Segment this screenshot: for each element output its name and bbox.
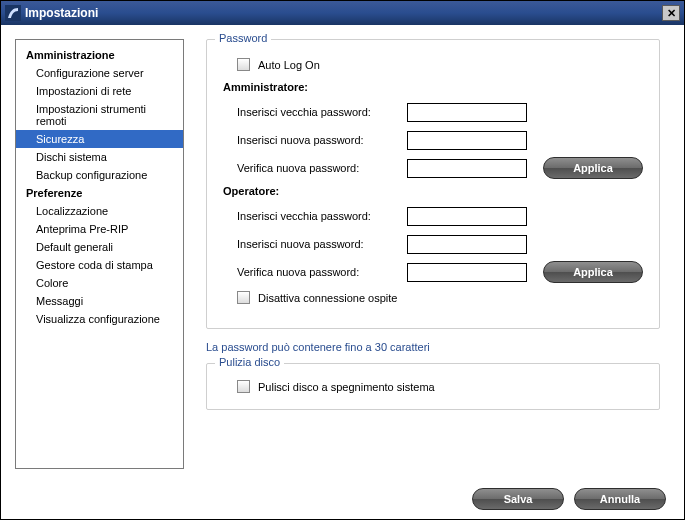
disable-guest-row: Disattiva connessione ospite: [237, 291, 643, 304]
auto-logon-label: Auto Log On: [258, 59, 320, 71]
sidebar-section-pref: Preferenze: [16, 184, 183, 202]
disable-guest-checkbox[interactable]: [237, 291, 250, 304]
sidebar-item-config-server[interactable]: Configurazione server: [16, 64, 183, 82]
window-close-button[interactable]: ✕: [662, 5, 680, 21]
window-title: Impostazioni: [25, 6, 98, 20]
admin-verify-pw-label: Verifica nuova password:: [237, 162, 407, 174]
save-button[interactable]: Salva: [472, 488, 564, 510]
operator-old-pw-row: Inserisci vecchia password:: [237, 205, 643, 227]
admin-apply-button[interactable]: Applica: [543, 157, 643, 179]
sidebar-item-system-disks[interactable]: Dischi sistema: [16, 148, 183, 166]
main-panel: Password Auto Log On Amministratore: Ins…: [184, 39, 670, 469]
content-area: Amministrazione Configurazione server Im…: [1, 25, 684, 479]
bottom-bar: Salva Annulla: [1, 479, 684, 519]
operator-old-pw-input[interactable]: [407, 207, 527, 226]
sidebar: Amministrazione Configurazione server Im…: [15, 39, 184, 469]
operator-header: Operatore:: [223, 185, 643, 197]
sidebar-item-color[interactable]: Colore: [16, 274, 183, 292]
sidebar-item-print-queue[interactable]: Gestore coda di stampa: [16, 256, 183, 274]
operator-new-pw-input[interactable]: [407, 235, 527, 254]
sidebar-section-admin: Amministrazione: [16, 46, 183, 64]
scrub-disk-row: Pulisci disco a spegnimento sistema: [237, 380, 643, 393]
sidebar-item-prerip-preview[interactable]: Anteprima Pre-RIP: [16, 220, 183, 238]
sidebar-item-remote-tools[interactable]: Impostazioni strumenti remoti: [16, 100, 183, 130]
operator-apply-button[interactable]: Applica: [543, 261, 643, 283]
sidebar-item-messages[interactable]: Messaggi: [16, 292, 183, 310]
password-fieldset: Password Auto Log On Amministratore: Ins…: [206, 39, 660, 329]
disk-legend: Pulizia disco: [215, 356, 284, 368]
close-icon: ✕: [667, 7, 676, 20]
admin-old-pw-row: Inserisci vecchia password:: [237, 101, 643, 123]
operator-old-pw-label: Inserisci vecchia password:: [237, 210, 407, 222]
operator-verify-pw-row: Verifica nuova password: Applica: [237, 261, 643, 283]
disk-fieldset: Pulizia disco Pulisci disco a spegniment…: [206, 363, 660, 410]
admin-old-pw-label: Inserisci vecchia password:: [237, 106, 407, 118]
operator-verify-pw-input[interactable]: [407, 263, 527, 282]
sidebar-item-general-defaults[interactable]: Default generali: [16, 238, 183, 256]
auto-logon-checkbox[interactable]: [237, 58, 250, 71]
app-icon: [5, 5, 21, 21]
admin-old-pw-input[interactable]: [407, 103, 527, 122]
cancel-button[interactable]: Annulla: [574, 488, 666, 510]
sidebar-item-security[interactable]: Sicurezza: [16, 130, 183, 148]
sidebar-item-network[interactable]: Impostazioni di rete: [16, 82, 183, 100]
password-note: La password può contenere fino a 30 cara…: [206, 341, 660, 353]
sidebar-item-localization[interactable]: Localizzazione: [16, 202, 183, 220]
admin-new-pw-input[interactable]: [407, 131, 527, 150]
admin-header: Amministratore:: [223, 81, 643, 93]
operator-verify-pw-label: Verifica nuova password:: [237, 266, 407, 278]
sidebar-item-backup-config[interactable]: Backup configurazione: [16, 166, 183, 184]
password-legend: Password: [215, 32, 271, 44]
admin-verify-pw-input[interactable]: [407, 159, 527, 178]
admin-verify-pw-row: Verifica nuova password: Applica: [237, 157, 643, 179]
scrub-disk-label: Pulisci disco a spegnimento sistema: [258, 381, 435, 393]
disable-guest-label: Disattiva connessione ospite: [258, 292, 397, 304]
auto-logon-row: Auto Log On: [237, 58, 643, 71]
operator-new-pw-row: Inserisci nuova password:: [237, 233, 643, 255]
admin-new-pw-label: Inserisci nuova password:: [237, 134, 407, 146]
admin-new-pw-row: Inserisci nuova password:: [237, 129, 643, 151]
titlebar: Impostazioni ✕: [1, 1, 684, 25]
operator-new-pw-label: Inserisci nuova password:: [237, 238, 407, 250]
scrub-disk-checkbox[interactable]: [237, 380, 250, 393]
sidebar-item-view-config[interactable]: Visualizza configurazione: [16, 310, 183, 328]
